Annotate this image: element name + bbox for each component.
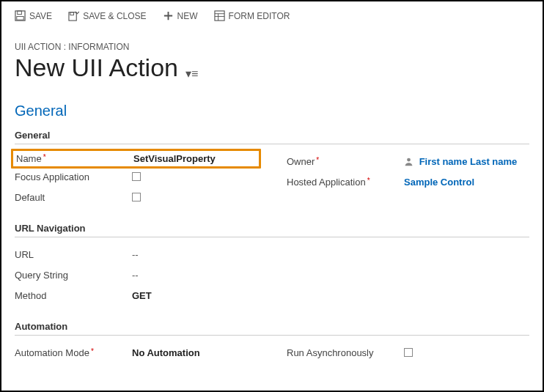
form-window: SAVE SAVE & CLOSE NEW FORM EDITOR UII AC… xyxy=(0,0,544,392)
url-field[interactable]: URL -- xyxy=(15,245,529,264)
subsection-automation-heading: Automation xyxy=(15,321,529,336)
focus-application-checkbox[interactable] xyxy=(132,172,141,181)
name-value: SetVisualProperty xyxy=(133,153,216,164)
page-title: New UII Action xyxy=(15,53,178,82)
hosted-application-label: Hosted Application* xyxy=(287,177,404,188)
save-label: SAVE xyxy=(29,11,52,21)
query-string-label: Query String xyxy=(15,270,132,281)
svg-rect-1 xyxy=(18,11,22,15)
run-async-field[interactable]: Run Asynchronously xyxy=(287,343,529,362)
url-value: -- xyxy=(132,249,139,260)
query-string-value: -- xyxy=(132,270,139,281)
new-button[interactable]: NEW xyxy=(163,10,198,21)
save-close-label: SAVE & CLOSE xyxy=(83,11,146,21)
person-icon xyxy=(404,157,413,166)
command-bar: SAVE SAVE & CLOSE NEW FORM EDITOR xyxy=(15,1,529,29)
hosted-application-field[interactable]: Hosted Application* Sample Control xyxy=(287,172,529,191)
name-field[interactable]: Name* SetVisualProperty xyxy=(11,149,261,169)
focus-application-label: Focus Application xyxy=(15,171,132,182)
save-close-icon xyxy=(68,10,79,21)
automation-mode-field[interactable]: Automation Mode* No Automation xyxy=(15,343,257,362)
breadcrumb: UII ACTION : INFORMATION xyxy=(15,42,529,52)
section-general-heading: General xyxy=(15,103,529,119)
query-string-field[interactable]: Query String -- xyxy=(15,265,529,284)
svg-rect-5 xyxy=(215,11,224,21)
default-label: Default xyxy=(15,192,132,203)
subsection-url-nav-heading: URL Navigation xyxy=(15,223,529,237)
automation-mode-value: No Automation xyxy=(132,347,200,358)
method-field[interactable]: Method GET xyxy=(15,286,529,305)
form-editor-icon xyxy=(214,10,225,21)
owner-label: Owner* xyxy=(287,156,404,167)
default-checkbox[interactable] xyxy=(132,193,141,201)
form-editor-button[interactable]: FORM EDITOR xyxy=(214,10,290,21)
method-label: Method xyxy=(15,290,132,301)
svg-point-9 xyxy=(407,158,411,161)
focus-application-field[interactable]: Focus Application xyxy=(15,167,257,186)
owner-value[interactable]: First name Last name xyxy=(419,156,518,167)
record-menu-icon[interactable]: ▾≡ xyxy=(185,67,198,81)
svg-rect-2 xyxy=(17,16,23,20)
name-label: Name* xyxy=(16,153,133,164)
save-icon xyxy=(15,10,26,21)
hosted-application-value[interactable]: Sample Control xyxy=(404,177,474,188)
method-value: GET xyxy=(132,290,152,301)
url-label: URL xyxy=(15,249,132,260)
automation-mode-label: Automation Mode* xyxy=(15,347,132,358)
default-field[interactable]: Default xyxy=(15,188,257,207)
run-async-label: Run Asynchronously xyxy=(287,347,404,358)
owner-field[interactable]: Owner* First name Last name xyxy=(287,152,529,171)
save-button[interactable]: SAVE xyxy=(15,10,52,21)
new-label: NEW xyxy=(177,11,198,21)
subsection-general-heading: General xyxy=(15,130,529,144)
save-and-close-button[interactable]: SAVE & CLOSE xyxy=(68,10,146,21)
plus-icon xyxy=(163,10,174,21)
form-editor-label: FORM EDITOR xyxy=(229,11,290,21)
run-async-checkbox[interactable] xyxy=(404,348,413,357)
